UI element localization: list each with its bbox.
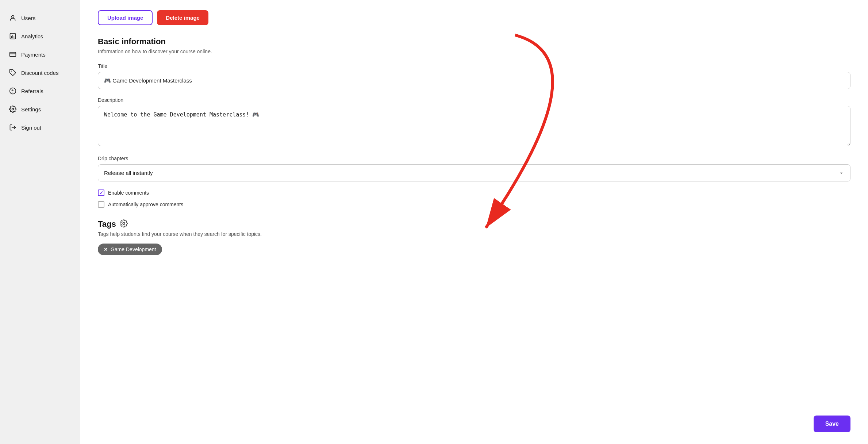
upload-image-button[interactable]: Upload image [98, 10, 153, 25]
description-field-group: Description Welcome to the Game Developm… [98, 97, 850, 148]
svg-point-3 [11, 71, 12, 72]
svg-rect-2 [10, 52, 16, 57]
checkmark-icon: ✓ [99, 191, 103, 195]
sidebar-label-analytics: Analytics [21, 33, 43, 39]
enable-comments-label: Enable comments [108, 190, 149, 196]
delete-image-button[interactable]: Delete image [157, 10, 208, 25]
sidebar-label-settings: Settings [21, 106, 41, 112]
enable-comments-checkbox[interactable]: ✓ [98, 190, 104, 196]
sidebar-item-analytics[interactable]: Analytics [0, 27, 80, 45]
tags-title: Tags [98, 219, 116, 229]
tag-chip-game-development[interactable]: ✕ Game Development [98, 244, 162, 255]
sidebar-label-sign-out: Sign out [21, 125, 41, 131]
signout-icon [9, 123, 17, 131]
tags-subtitle: Tags help students find your course when… [98, 231, 850, 237]
sidebar-label-payments: Payments [21, 51, 46, 58]
sidebar-item-payments[interactable]: Payments [0, 45, 80, 64]
settings-icon [9, 105, 17, 113]
enable-comments-item[interactable]: ✓ Enable comments [98, 190, 850, 196]
sidebar-item-discount-codes[interactable]: Discount codes [0, 64, 80, 82]
svg-point-0 [12, 15, 14, 18]
svg-point-6 [12, 108, 14, 110]
svg-point-9 [123, 222, 125, 225]
tag-label: Game Development [111, 246, 156, 252]
drip-chapters-group: Drip chapters Release all instantly Drip… [98, 156, 850, 181]
tags-gear-icon[interactable] [120, 219, 128, 229]
auto-approve-item[interactable]: Automatically approve comments [98, 201, 850, 208]
description-input[interactable]: Welcome to the Game Development Mastercl… [98, 106, 850, 146]
title-field-group: Title [98, 63, 850, 89]
basic-info-title: Basic information [98, 37, 850, 46]
payments-icon [9, 50, 17, 58]
description-label: Description [98, 97, 850, 103]
analytics-icon [9, 32, 17, 40]
sidebar: Users Analytics Payments Discount codes [0, 0, 80, 444]
tags-list: ✕ Game Development [98, 244, 850, 255]
title-input[interactable] [98, 72, 850, 89]
users-icon [9, 14, 17, 22]
comments-settings: ✓ Enable comments Automatically approve … [98, 190, 850, 208]
drip-label: Drip chapters [98, 156, 850, 161]
referrals-icon [9, 87, 17, 95]
sidebar-item-referrals[interactable]: Referrals [0, 82, 80, 100]
drip-select[interactable]: Release all instantly Drip weekly Drip m… [98, 164, 850, 181]
tags-header: Tags [98, 219, 850, 229]
basic-info-subtitle: Information on how to discover your cour… [98, 49, 850, 54]
sidebar-item-settings[interactable]: Settings [0, 100, 80, 118]
sidebar-label-users: Users [21, 15, 35, 21]
auto-approve-checkbox[interactable] [98, 201, 104, 208]
auto-approve-label: Automatically approve comments [108, 202, 183, 207]
tag-remove-icon[interactable]: ✕ [104, 247, 108, 252]
save-button[interactable]: Save [814, 416, 850, 432]
sidebar-item-users[interactable]: Users [0, 9, 80, 27]
title-label: Title [98, 63, 850, 69]
sidebar-item-sign-out[interactable]: Sign out [0, 118, 80, 137]
sidebar-label-discount-codes: Discount codes [21, 70, 59, 76]
toolbar: Upload image Delete image [98, 10, 850, 25]
discount-icon [9, 69, 17, 77]
sidebar-label-referrals: Referrals [21, 88, 43, 94]
main-content: Upload image Delete image Basic informat… [80, 0, 868, 444]
